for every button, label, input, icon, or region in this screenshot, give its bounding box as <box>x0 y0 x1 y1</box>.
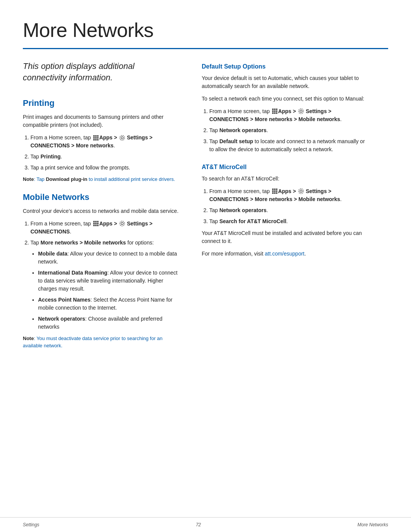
att-outro2: For more information, visit att.com/esup… <box>202 250 365 258</box>
att-microcell-section: AT&T MicroCell To search for an AT&T Mic… <box>202 163 365 258</box>
default-setup-step-3: Tap Default setup to locate and connect … <box>209 137 365 153</box>
svg-rect-39 <box>272 192 274 194</box>
att-link[interactable]: att.com/esupport <box>265 251 304 257</box>
default-setup-step-1: From a Home screen, tap <box>209 107 365 123</box>
svg-point-20 <box>121 222 123 225</box>
footer-left: Settings <box>23 521 39 528</box>
default-setup-section: Default Setup Options Your device defaul… <box>202 62 365 153</box>
svg-point-9 <box>121 137 123 139</box>
svg-rect-24 <box>276 109 277 110</box>
printing-step-1: From a Home screen, tap <box>30 134 179 150</box>
svg-rect-0 <box>93 135 95 137</box>
svg-rect-13 <box>97 221 99 222</box>
default-setup-intro1: Your device default is set to Automatic,… <box>202 74 365 90</box>
svg-point-43 <box>298 189 303 194</box>
mobile-step-1-path: Settings > CONNECTIONS <box>30 220 153 235</box>
default-setup-heading: Default Setup Options <box>202 62 365 71</box>
printing-step-2: Tap Printing. <box>30 153 179 161</box>
default-setup-steps: From a Home screen, tap <box>209 107 365 153</box>
mobile-step-1-apps: Apps > <box>99 220 117 227</box>
att-step-1: From a Home screen, tap <box>209 187 365 203</box>
svg-rect-11 <box>93 221 95 222</box>
svg-rect-3 <box>93 137 95 139</box>
svg-rect-7 <box>95 139 97 141</box>
svg-point-42 <box>300 190 302 192</box>
att-step-2: Tap Network operators. <box>209 206 365 214</box>
svg-rect-29 <box>274 112 276 114</box>
settings-icon-3 <box>298 108 304 114</box>
svg-rect-16 <box>97 223 99 224</box>
svg-rect-33 <box>272 189 274 190</box>
mobile-note-label: Note <box>23 335 34 341</box>
page-header: More Networks <box>0 0 411 48</box>
mobile-networks-steps: From a Home screen, tap <box>30 220 179 331</box>
printing-intro: Print images and documents to Samsung pr… <box>23 113 179 129</box>
svg-rect-1 <box>95 135 97 137</box>
svg-rect-30 <box>276 112 277 114</box>
svg-rect-15 <box>95 223 97 224</box>
page-footer: Settings 72 More Networks <box>0 517 411 532</box>
footer-center: 72 <box>196 521 201 528</box>
mobile-networks-bullets: Mobile data: Allow your device to connec… <box>38 250 179 331</box>
svg-rect-38 <box>276 190 277 192</box>
header-rule <box>23 48 388 49</box>
att-microcell-steps: From a Home screen, tap <box>209 187 365 225</box>
page-title: More Networks <box>23 15 388 45</box>
mobile-networks-intro: Control your device’s access to networks… <box>23 207 179 215</box>
svg-rect-12 <box>95 221 97 222</box>
settings-icon-4 <box>298 188 304 194</box>
content-area: This option displays additional connecti… <box>0 61 411 517</box>
settings-icon-1 <box>119 135 125 141</box>
mobile-note: Note: You must deactivate data service p… <box>23 335 179 350</box>
svg-rect-4 <box>95 137 97 139</box>
svg-rect-36 <box>272 190 274 192</box>
svg-rect-25 <box>272 110 274 112</box>
mobile-step-2: Tap More networks > Mobile networks for … <box>30 239 179 331</box>
svg-point-32 <box>298 109 303 114</box>
mobile-bullet-2: International Data Roaming: Allow your d… <box>38 269 179 293</box>
printing-steps: From a Home screen, tap <box>30 134 179 172</box>
mobile-bullet-3: Access Point Names: Select the Access Po… <box>38 296 179 312</box>
footer-right: More Networks <box>357 521 388 528</box>
svg-rect-2 <box>97 135 99 137</box>
apps-icon-2 <box>93 220 99 227</box>
svg-rect-14 <box>93 223 95 224</box>
svg-rect-27 <box>276 110 277 112</box>
mobile-networks-heading: Mobile Networks <box>23 191 179 203</box>
printing-section: Printing Print images and documents to S… <box>23 97 179 183</box>
mobile-bullet-1: Mobile data: Allow your device to connec… <box>38 250 179 266</box>
svg-rect-6 <box>93 139 95 141</box>
right-column: Default Setup Options Your device defaul… <box>190 61 388 517</box>
svg-rect-5 <box>97 137 99 139</box>
svg-rect-28 <box>272 112 274 114</box>
default-setup-step-2: Tap Network operators. <box>209 126 365 134</box>
svg-point-31 <box>300 110 302 112</box>
printing-step-1-apps: Apps > <box>99 134 117 141</box>
att-step-3: Tap Search for AT&T MicroCell. <box>209 217 365 225</box>
svg-rect-18 <box>95 225 97 226</box>
printing-note-label: Note <box>23 176 34 182</box>
svg-point-10 <box>119 135 124 140</box>
svg-rect-19 <box>97 225 99 226</box>
printing-step-3: Tap a print service and follow the promp… <box>30 164 179 172</box>
svg-rect-41 <box>276 192 277 194</box>
mobile-step-1: From a Home screen, tap <box>30 220 179 236</box>
apps-icon-4 <box>272 188 278 194</box>
svg-rect-8 <box>97 139 99 141</box>
settings-icon-2 <box>119 220 125 227</box>
printing-step-1-path: Settings > CONNECTIONS > More networks <box>30 134 153 149</box>
svg-rect-34 <box>274 189 276 190</box>
printing-heading: Printing <box>23 97 179 109</box>
printing-note: Note: Tap Download plug-in to install ad… <box>23 176 179 183</box>
apps-icon-1 <box>93 135 99 141</box>
att-microcell-intro: To search for an AT&T MicroCell: <box>202 175 365 183</box>
svg-rect-35 <box>276 189 277 190</box>
default-setup-intro2: To select a network each time you connec… <box>202 95 365 103</box>
att-microcell-heading: AT&T MicroCell <box>202 163 365 172</box>
svg-rect-23 <box>274 109 276 110</box>
svg-rect-22 <box>272 109 274 110</box>
svg-rect-26 <box>274 110 276 112</box>
svg-rect-37 <box>274 190 276 192</box>
svg-rect-40 <box>274 192 276 194</box>
att-outro1: Your AT&T MicroCell must be installed an… <box>202 229 365 245</box>
